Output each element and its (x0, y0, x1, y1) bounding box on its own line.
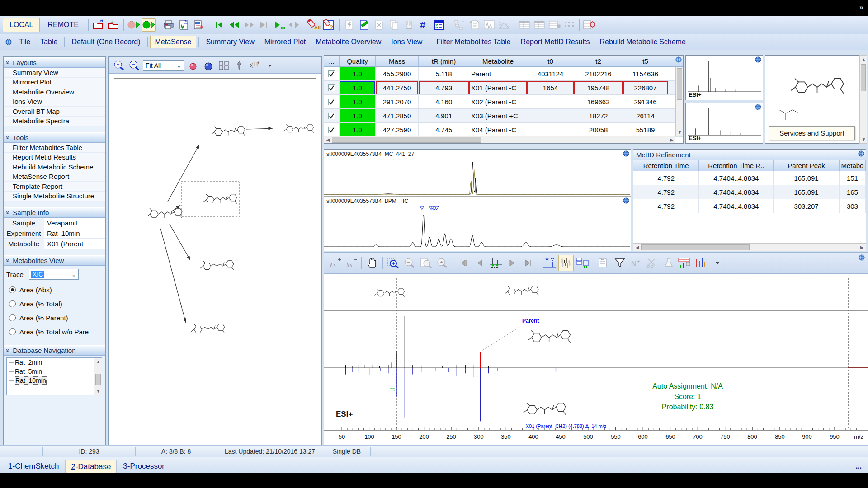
edit-locked-icon[interactable] (343, 18, 356, 32)
menu-item-report-metid-results[interactable]: Report MetID Results (516, 36, 594, 48)
last-record-icon[interactable] (257, 18, 271, 32)
column-header-mass[interactable]: Mass (376, 56, 419, 66)
metid-cell[interactable]: 303.207 (774, 199, 839, 213)
t5-cell[interactable]: 226807 (623, 81, 668, 94)
scheme-options-caret-icon[interactable] (263, 59, 277, 72)
column-header-trmin[interactable]: tR (min) (419, 56, 469, 66)
chromatogram-globe-icon[interactable] (623, 197, 629, 204)
spectrum-thumbnail-2[interactable]: ESI+ (685, 103, 763, 144)
t2-cell[interactable]: 18272 (574, 109, 623, 122)
column-header-[interactable]: ... (324, 56, 340, 66)
metabolite-cell[interactable]: Parent (469, 67, 527, 80)
thumbnail-globe-icon[interactable] (755, 56, 761, 63)
cut-peaks-icon[interactable] (645, 255, 660, 271)
print-icon[interactable] (162, 18, 176, 32)
sidebar-item-metasense-report[interactable]: MetaSense Report (4, 172, 105, 182)
zoom-out-peaks-icon[interactable] (343, 255, 359, 271)
sidebar-item-mirrored-plot[interactable]: Mirrored Plot (4, 78, 105, 88)
sidebar-item-rebuild-metabolic-scheme[interactable]: Rebuild Metabolic Scheme (4, 162, 105, 172)
sidebar-item-report-metid-results[interactable]: Report Metid Results (4, 153, 105, 163)
metid-cell[interactable]: 165.091 (774, 171, 839, 185)
metabolite-cell[interactable]: X02 (Parent -C (469, 95, 527, 108)
table-append-icon[interactable] (547, 18, 561, 32)
peaks-frame-icon[interactable] (482, 18, 496, 32)
arrange-grid-icon[interactable] (217, 59, 231, 72)
peaks-options-icon[interactable] (710, 255, 725, 271)
show-markers-icon[interactable] (542, 255, 557, 271)
sidebar-item-overall-bt-map[interactable]: Overall BT Map (4, 107, 105, 117)
scroll-up-icon[interactable]: ▲ (860, 56, 868, 63)
collapse-chevron-icon[interactable]: » (5, 136, 11, 139)
sidebar-item-filter-metabolites-table[interactable]: Filter Metabolites Table (4, 143, 105, 153)
mirror-spectrum-plot[interactable] (324, 274, 868, 445)
pin-icon[interactable] (232, 59, 246, 72)
sidebar-item-metabolite-overview[interactable]: Metabolite Overview (4, 87, 105, 97)
metid-horizontal-scrollbar[interactable]: ◀▶ (633, 243, 866, 251)
scheme-zoom-in-icon[interactable] (112, 59, 126, 72)
menu-item-metabolite-overview[interactable]: Metabolite Overview (311, 36, 386, 48)
table-vertical-scrollbar[interactable]: ▼ (675, 67, 683, 136)
filter-peaks-icon[interactable] (612, 255, 627, 271)
report-peaks-icon[interactable] (177, 18, 191, 32)
tic-chromatogram-plot[interactable] (324, 205, 631, 249)
scroll-thumb[interactable] (677, 68, 682, 100)
menu-item-tile[interactable]: Tile (14, 36, 35, 48)
scroll-right-icon[interactable]: ▶ (858, 244, 866, 251)
row-checkbox[interactable] (328, 99, 335, 105)
metid-cell[interactable]: 4.7404..4.8834 (699, 185, 774, 199)
quality-cell[interactable]: 1.0 (340, 81, 376, 94)
t5-cell[interactable]: 26114 (623, 109, 668, 122)
menu-item-filter-metabolites-table[interactable]: Filter Metabolites Table (432, 36, 515, 48)
table-row[interactable]: 1.0291.20704.160X02 (Parent -C1696632913… (324, 95, 683, 109)
scroll-thumb[interactable] (641, 244, 750, 250)
row-checkbox[interactable] (328, 70, 335, 77)
database-item-rat_10min[interactable]: Rat_10min (7, 376, 102, 385)
numbering-icon[interactable]: # (417, 18, 431, 32)
red-ball-icon[interactable] (186, 59, 200, 72)
doc-tags-icon[interactable] (467, 18, 481, 32)
metid-row[interactable]: 4.7924.7404..4.8834303.207303 (633, 199, 866, 213)
t2-cell[interactable]: 2102216 (574, 67, 623, 80)
column-header-quality[interactable]: Quality (340, 56, 376, 66)
metid-row[interactable]: 4.7924.7404..4.8834165.091151 (633, 171, 866, 185)
scheme-zoom-out-icon[interactable] (127, 59, 141, 72)
section-header-database-navigation[interactable]: »Database Navigation (4, 345, 105, 356)
tr-cell[interactable]: 4.901 (419, 109, 469, 122)
mass-cell[interactable]: 441.2750 (376, 81, 419, 94)
metid-cell[interactable]: 4.7404..4.8834 (699, 171, 774, 185)
row-check-cell[interactable] (324, 123, 340, 136)
table-globe-icon[interactable] (675, 56, 682, 63)
sidebar-item-metabolite-spectra[interactable]: Metabolite Spectra (4, 117, 105, 127)
nitrogen-rule-icon[interactable]: N+ (628, 255, 644, 271)
scroll-right-icon[interactable]: ▶ (668, 136, 675, 144)
mirror-view-icon[interactable] (558, 255, 574, 271)
next-spectrum-icon[interactable] (505, 255, 520, 271)
t0-cell[interactable]: 4031124 (527, 67, 574, 80)
calibration-curve-icon[interactable] (497, 18, 511, 32)
scroll-thumb[interactable] (861, 64, 866, 91)
column-header-t2[interactable]: t2 (574, 56, 623, 66)
table-row[interactable]: 1.0427.25904.745X04 (Parent -C2005855189 (324, 123, 683, 137)
database-list-scrollbar[interactable]: ▲▼ (94, 358, 102, 395)
collapse-chevron-icon[interactable]: » (5, 61, 11, 64)
cut-record-icon[interactable] (373, 18, 386, 32)
metabolite-cell[interactable]: X04 (Parent -C (469, 123, 527, 136)
radio-option-3[interactable]: Area (% Total w/o Pare (4, 325, 105, 339)
radio-button[interactable] (9, 300, 16, 307)
metid-cell[interactable]: 4.792 (633, 199, 699, 213)
row-check-cell[interactable] (324, 95, 340, 108)
scroll-down-icon[interactable]: ▼ (860, 136, 868, 143)
metabolite-cell[interactable]: X01 (Parent -C (469, 81, 527, 94)
next-records-icon[interactable] (242, 18, 256, 32)
chromatogram-globe-icon[interactable] (623, 150, 629, 157)
metid-column-2[interactable]: Parent Peak (774, 160, 839, 171)
thumbnail-globe-icon[interactable] (755, 104, 761, 110)
tabs-more-button[interactable]: ... (856, 462, 862, 470)
menu-globe-icon[interactable] (5, 39, 12, 45)
report-pdf-icon[interactable] (192, 18, 206, 32)
sidebar-item-single-metabolite-structure[interactable]: Single Metabolite Structure (4, 192, 105, 202)
t2-cell[interactable]: 195748 (574, 81, 623, 94)
previous-spectrum-icon[interactable] (472, 255, 487, 271)
t2-cell[interactable]: 20058 (574, 123, 623, 136)
grid-dots-icon[interactable] (562, 18, 576, 32)
